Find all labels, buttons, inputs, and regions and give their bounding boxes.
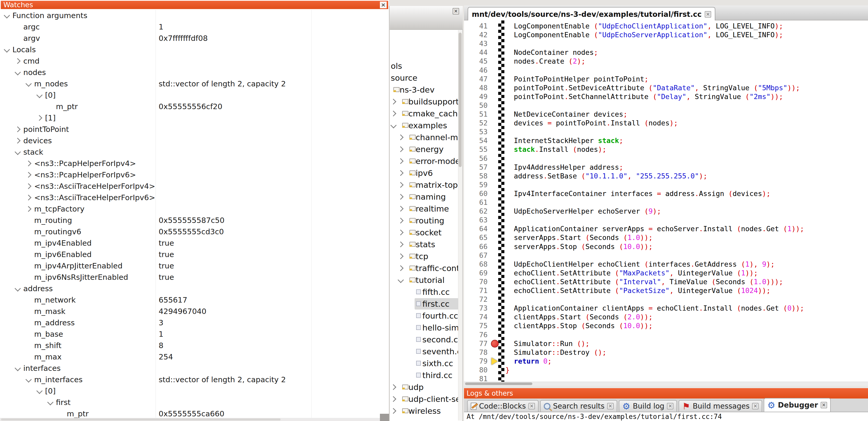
- line-number[interactable]: 80: [464, 366, 488, 375]
- watch-row[interactable]: m_mask4294967040: [0, 306, 389, 317]
- watch-row[interactable]: m_tcpFactory: [0, 203, 389, 215]
- line-number[interactable]: 54: [464, 136, 488, 145]
- code-line[interactable]: 57 Ipv4AddressHelper address;: [464, 163, 868, 172]
- line-number[interactable]: 48: [464, 84, 488, 92]
- code-line[interactable]: 56: [464, 154, 868, 163]
- expander-icon[interactable]: [26, 206, 32, 212]
- code-line[interactable]: 50: [464, 101, 868, 110]
- expander-icon[interactable]: [398, 194, 404, 200]
- code-line[interactable]: 65 serverApps.Start (Seconds (1.0));: [464, 233, 868, 242]
- line-number[interactable]: 43: [464, 39, 488, 48]
- code-line[interactable]: 81: [464, 375, 868, 382]
- tree-item-examples[interactable]: examples: [390, 120, 462, 131]
- watch-row[interactable]: m_address3: [0, 317, 389, 329]
- tree-item-buildsupport[interactable]: buildsupport: [390, 96, 462, 107]
- expander-icon[interactable]: [14, 365, 21, 371]
- line-number[interactable]: 71: [464, 286, 488, 295]
- expander-icon[interactable]: [391, 408, 397, 414]
- expander-icon[interactable]: [398, 218, 404, 224]
- line-number[interactable]: 59: [464, 181, 488, 189]
- watch-row[interactable]: nodes: [0, 67, 389, 78]
- watch-row[interactable]: Function arguments: [0, 10, 389, 22]
- watch-row[interactable]: m_network655617: [0, 294, 389, 306]
- line-number[interactable]: 46: [464, 66, 488, 75]
- line-number[interactable]: 78: [464, 348, 488, 357]
- watch-row[interactable]: m_ptr0x5555555ca660: [0, 408, 389, 418]
- line-number[interactable]: 81: [464, 375, 488, 382]
- expander-icon[interactable]: [26, 183, 32, 189]
- line-number[interactable]: 65: [464, 233, 488, 242]
- watch-row[interactable]: Locals: [0, 44, 389, 56]
- watch-row[interactable]: argv0x7fffffffdf08: [0, 33, 389, 44]
- close-icon[interactable]: ×: [705, 11, 711, 18]
- line-number[interactable]: 73: [464, 304, 488, 313]
- tree-item-stats[interactable]: stats: [390, 239, 462, 250]
- code-line[interactable]: 47 PointToPointHelper pointToPoint;: [464, 75, 868, 84]
- expander-icon[interactable]: [398, 182, 404, 188]
- expander-icon[interactable]: [47, 399, 53, 405]
- line-number[interactable]: 67: [464, 251, 488, 260]
- line-number[interactable]: 63: [464, 216, 488, 224]
- watch-row[interactable]: m_nodesstd::vector of length 2, capacity…: [0, 78, 389, 90]
- code-line[interactable]: 66 serverApps.Stop (Seconds (10.0));: [464, 242, 868, 251]
- logs-tab-build-messages[interactable]: ⚑Build messages×: [679, 400, 762, 412]
- line-number[interactable]: 79: [464, 357, 488, 366]
- tree-vscroll-thumb[interactable]: [459, 33, 462, 167]
- expander-icon[interactable]: [398, 147, 404, 152]
- code-editor[interactable]: 41 LogComponentEnable ("UdpEchoClientApp…: [464, 21, 868, 382]
- close-icon[interactable]: ×: [380, 2, 386, 8]
- code-line[interactable]: 76: [464, 330, 868, 339]
- code-line[interactable]: 74 clientApps.Start (Seconds (2.0));: [464, 313, 868, 321]
- watch-row[interactable]: first: [0, 397, 389, 408]
- editor-hscroll-thumb[interactable]: [465, 383, 532, 385]
- tree-item-error-model[interactable]: error-model: [390, 155, 462, 167]
- tree-item-ols[interactable]: ols: [390, 60, 462, 72]
- expander-icon[interactable]: [15, 138, 21, 144]
- tree-item-cmake-cache[interactable]: cmake_cache: [390, 108, 462, 119]
- code-line[interactable]: 61: [464, 198, 868, 207]
- code-line[interactable]: 71 echoClient.SetAttribute ("PacketSize"…: [464, 286, 868, 295]
- code-line[interactable]: 53: [464, 128, 868, 136]
- close-icon[interactable]: ×: [528, 403, 535, 409]
- code-line[interactable]: 62 UdpEchoServerHelper echoServer (9);: [464, 207, 868, 216]
- code-line[interactable]: 55 stack.Install (nodes);: [464, 145, 868, 154]
- line-number[interactable]: 47: [464, 75, 488, 84]
- watch-row[interactable]: address: [0, 283, 389, 295]
- expander-icon[interactable]: [4, 12, 10, 19]
- line-number[interactable]: 45: [464, 57, 488, 66]
- tree-item-ns-3-dev[interactable]: ns-3-dev: [390, 84, 462, 95]
- code-line[interactable]: 72: [464, 295, 868, 304]
- expander-icon[interactable]: [398, 265, 404, 271]
- watch-row[interactable]: <ns3::PcapHelperForIpv4>: [0, 158, 389, 169]
- watch-row[interactable]: m_ipv6Enabledtrue: [0, 249, 389, 260]
- watch-row[interactable]: [0]: [0, 385, 389, 397]
- line-number[interactable]: 60: [464, 189, 488, 198]
- watch-row[interactable]: [0]: [0, 90, 389, 101]
- expander-icon[interactable]: [14, 69, 21, 75]
- expander-icon[interactable]: [390, 122, 397, 128]
- tree-item-realtime[interactable]: realtime: [390, 203, 462, 215]
- code-line[interactable]: 60 Ipv4InterfaceContainer interfaces = a…: [464, 189, 868, 198]
- line-number[interactable]: 75: [464, 321, 488, 330]
- logs-titlebar[interactable]: Logs & others: [464, 388, 868, 398]
- watch-row[interactable]: m_max254: [0, 351, 389, 363]
- tree-item-hello-simul[interactable]: hello-simul: [390, 322, 462, 333]
- watch-row[interactable]: m_ipv4Enabledtrue: [0, 237, 389, 249]
- expander-icon[interactable]: [398, 206, 404, 212]
- close-icon[interactable]: ×: [453, 8, 459, 14]
- line-number[interactable]: 61: [464, 198, 488, 207]
- line-number[interactable]: 49: [464, 92, 488, 101]
- watch-row[interactable]: m_ipv6NsRsJitterEnabledtrue: [0, 271, 389, 283]
- line-number[interactable]: 51: [464, 110, 488, 119]
- code-line[interactable]: 41 LogComponentEnable ("UdpEchoClientApp…: [464, 22, 868, 31]
- line-number[interactable]: 42: [464, 31, 488, 39]
- editor-tab-first-cc[interactable]: mnt/dev/tools/source/ns-3-dev/examples/t…: [468, 7, 715, 21]
- tree-item-wireless[interactable]: wireless: [390, 405, 462, 417]
- watch-row[interactable]: cmd: [0, 55, 389, 67]
- expander-icon[interactable]: [15, 58, 21, 64]
- logs-tab-debugger[interactable]: ⚙Debugger×: [764, 398, 831, 412]
- watches-column-divider[interactable]: [311, 10, 312, 418]
- line-number[interactable]: 69: [464, 269, 488, 278]
- code-line[interactable]: 52 devices = pointToPoint.Install (nodes…: [464, 119, 868, 128]
- tree-item-channel-mod[interactable]: channel-mod: [390, 132, 462, 143]
